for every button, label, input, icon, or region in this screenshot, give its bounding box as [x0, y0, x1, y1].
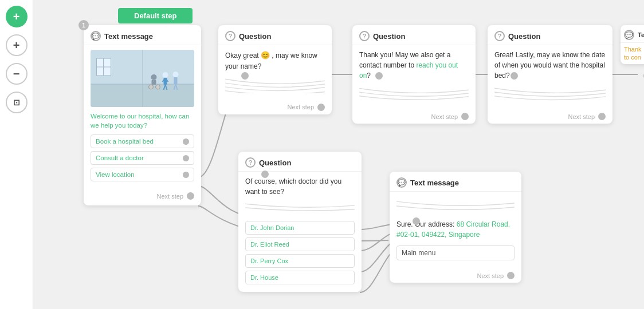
- question-doctor-icon: ?: [245, 157, 256, 168]
- main-menu-button[interactable]: Main menu: [396, 245, 515, 260]
- text-address-node: 💬 Text message Sure. Our address: 68 Cir…: [390, 172, 521, 283]
- fit-button[interactable]: ⊡: [6, 92, 28, 113]
- canvas: Default step 1 💬 Text message: [33, 0, 644, 309]
- q1-input-dot: [241, 72, 249, 80]
- main-next-dot: [187, 192, 194, 200]
- main-text-node: 1 💬 Text message: [84, 25, 201, 205]
- partial-text: Thankto con: [624, 45, 644, 62]
- svg-point-10: [156, 85, 160, 89]
- address-node-icon: 💬: [396, 177, 407, 188]
- toolbar: + + − ⊡: [0, 0, 33, 309]
- choice-dot-2: [183, 155, 189, 161]
- question3-node: ? Question Great! Lastly, may we know th…: [488, 25, 612, 124]
- default-step-badge: Default step: [118, 8, 193, 23]
- crosshair-icon: ⊡: [13, 98, 20, 107]
- svg-rect-18: [174, 77, 178, 84]
- q3-input-dot: [511, 72, 518, 80]
- q1-next-dot: [317, 104, 325, 111]
- svg-rect-8: [152, 80, 156, 85]
- choice-consult-doctor[interactable]: Consult a doctor: [91, 151, 194, 165]
- doctor-eliot[interactable]: Dr. Eliot Reed: [245, 237, 355, 251]
- add-button[interactable]: +: [6, 6, 28, 27]
- q3-next-dot: [598, 113, 606, 120]
- partial-node: 💬 Text m... Thankto con: [621, 25, 644, 64]
- question3-title: Question: [508, 32, 540, 41]
- zoom-out-button[interactable]: −: [6, 63, 28, 85]
- choice-book-bed[interactable]: Book a hospital bed: [91, 134, 194, 148]
- partial-title: Text m...: [638, 31, 644, 38]
- q2-next-dot: [461, 113, 469, 120]
- svg-point-11: [163, 72, 168, 78]
- address-node-title: Text message: [410, 179, 459, 187]
- address-next-dot: [507, 272, 515, 279]
- question2-title: Question: [373, 32, 405, 41]
- welcome-text: Welcome to our hospital, how can we help…: [91, 112, 194, 130]
- zoom-in-button[interactable]: +: [6, 34, 28, 56]
- question2-node: ? Question Thank you! May we also get a …: [352, 25, 476, 124]
- question-doctor-title: Question: [259, 159, 291, 167]
- doctor-house[interactable]: Dr. House: [245, 271, 355, 284]
- doctor-john[interactable]: Dr. John Dorian: [245, 221, 355, 235]
- question-doctor-node: ? Question Of course, which doctor did y…: [238, 152, 362, 292]
- address-input-dot: [413, 217, 420, 225]
- svg-point-9: [149, 85, 154, 89]
- doctor-perry[interactable]: Dr. Perry Cox: [245, 254, 355, 268]
- choice-dot-3: [183, 172, 189, 178]
- question3-icon: ?: [494, 31, 505, 41]
- question1-title: Question: [239, 32, 271, 41]
- zoom-out-icon: −: [13, 68, 20, 81]
- choice-view-location[interactable]: View location: [91, 168, 194, 181]
- text-message-icon: 💬: [91, 31, 101, 41]
- question1-node: ? Question Okay great 😊 , may we know yo…: [218, 25, 332, 114]
- svg-point-17: [173, 72, 179, 77]
- step-number: 1: [78, 20, 89, 30]
- choice-dot-1: [183, 138, 189, 145]
- zoom-in-icon: +: [13, 39, 20, 52]
- question-doctor-text: Of course, which doctor did you want to …: [245, 176, 355, 197]
- plus-icon: +: [13, 10, 20, 23]
- q2-input-dot: [375, 72, 383, 80]
- question1-text: Okay great 😊 , may we know your name?: [225, 50, 325, 72]
- main-node-title: Text message: [104, 32, 153, 41]
- question1-icon: ?: [225, 31, 235, 41]
- hospital-image: [91, 50, 194, 107]
- doctor-input-dot: [261, 171, 269, 178]
- partial-icon: 💬: [624, 30, 634, 40]
- question2-icon: ?: [359, 31, 370, 41]
- svg-point-7: [151, 74, 157, 80]
